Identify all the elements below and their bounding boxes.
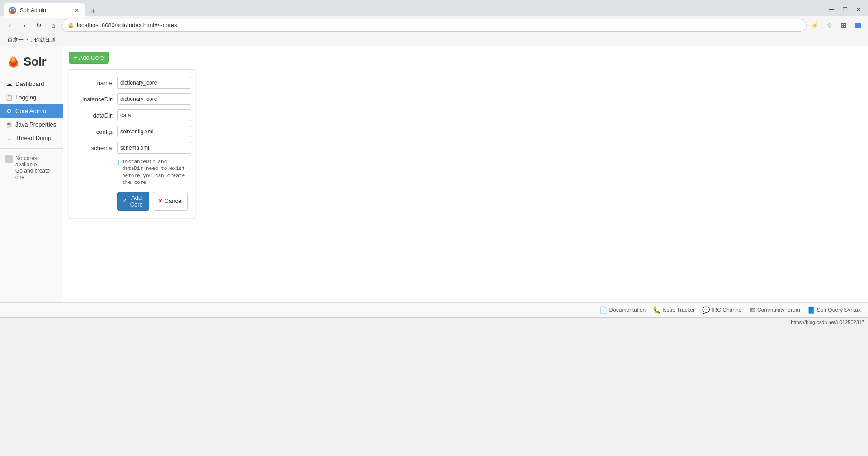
tab-title: Solr Admin (20, 7, 46, 14)
cancel-x-icon: ✕ (158, 197, 163, 204)
sidebar: Solr ☁ Dashboard 📋 Logging ⚙ Core Admin … (0, 46, 63, 302)
back-button[interactable]: ‹ (4, 19, 16, 32)
solr-query-syntax-label: Solr Query Syntax (817, 307, 861, 313)
minimize-button[interactable]: — (826, 4, 837, 15)
sidebar-label-dashboard: Dashboard (15, 80, 44, 87)
title-bar: Solr Admin ✕ + — ❐ ✕ (0, 0, 868, 16)
tab-close-button[interactable]: ✕ (74, 7, 80, 14)
status-bar: https://blog.csdn.net/u012502317 (0, 317, 868, 326)
window-controls: — ❐ ✕ (826, 4, 864, 15)
svg-rect-9 (855, 26, 861, 28)
sidebar-item-thread-dump[interactable]: ≡ Thread Dump (0, 131, 63, 145)
active-tab[interactable]: Solr Admin ✕ (4, 3, 85, 18)
browser-toolbar: ‹ › ↻ ⌂ 🔒 ⚡ ☆ (0, 16, 868, 34)
sidebar-item-logging[interactable]: 📋 Logging (0, 90, 63, 104)
svg-rect-10 (855, 24, 861, 26)
close-button[interactable]: ✕ (853, 4, 864, 15)
sidebar-label-core-admin: Core Admin (15, 108, 46, 114)
form-row-config: config: (76, 126, 188, 137)
solr-layout: Solr ☁ Dashboard 📋 Logging ⚙ Core Admin … (0, 46, 868, 302)
form-row-name: name: (76, 77, 188, 89)
lightning-icon: ⚡ (808, 19, 821, 32)
sidebar-item-core-admin[interactable]: ⚙ Core Admin (0, 104, 63, 118)
page-content: Solr ☁ Dashboard 📋 Logging ⚙ Core Admin … (0, 46, 868, 317)
form-row-schema: schema: (76, 142, 188, 154)
new-tab-button[interactable]: + (87, 5, 99, 18)
thread-dump-icon: ≡ (5, 134, 13, 141)
no-cores-sub: Go and create one (15, 168, 57, 180)
form-input-config[interactable] (117, 126, 191, 137)
status-url: https://blog.csdn.net/u012502317 (791, 320, 864, 325)
form-label-datadir: dataDir: (76, 112, 117, 119)
address-input[interactable] (77, 22, 801, 28)
cancel-button[interactable]: ✕ Cancel (153, 192, 188, 211)
no-cores-item: No cores available Go and create one (0, 152, 63, 183)
submit-add-core-button[interactable]: ✓ Add Core (117, 192, 149, 211)
add-core-button-label: Add Core (79, 54, 104, 61)
svg-rect-7 (844, 26, 845, 27)
info-icon: ℹ (117, 159, 119, 168)
solr-logo-icon (5, 53, 22, 70)
irc-channel-label: IRC Channel (712, 307, 743, 313)
home-button[interactable]: ⌂ (47, 19, 60, 32)
bookmarks-bar: 百度一下，你就知道 (0, 34, 868, 46)
add-core-form-panel: name: instanceDir: dataDir: config: (69, 69, 195, 218)
community-forum-label: Community forum (757, 307, 800, 313)
browser-chrome: Solr Admin ✕ + — ❐ ✕ ‹ › ↻ ⌂ 🔒 ⚡ ☆ (0, 0, 868, 46)
restore-button[interactable]: ❐ (839, 4, 851, 15)
tab-bar: Solr Admin ✕ + (4, 1, 99, 18)
sidebar-item-dashboard[interactable]: ☁ Dashboard (0, 77, 63, 90)
user-profile-icon[interactable] (852, 19, 864, 32)
no-cores-text: No cores available Go and create one (15, 155, 57, 180)
footer-link-community-forum[interactable]: ✉ Community forum (750, 306, 800, 314)
svg-rect-6 (842, 26, 843, 27)
svg-rect-8 (855, 23, 861, 24)
form-label-config: config: (76, 128, 117, 135)
svg-point-15 (12, 56, 15, 61)
footer-link-irc-channel[interactable]: 💬 IRC Channel (702, 306, 743, 314)
extensions-icon[interactable] (837, 19, 850, 32)
solr-logo-text: Solr (24, 55, 47, 69)
address-bar[interactable]: 🔒 (61, 19, 807, 32)
form-input-name[interactable] (117, 77, 191, 89)
forward-button[interactable]: › (18, 19, 31, 32)
documentation-label: Documentation (609, 307, 646, 313)
submit-add-core-label: Add Core (129, 194, 144, 208)
reload-button[interactable]: ↻ (33, 19, 45, 32)
form-input-instancedir[interactable] (117, 93, 191, 105)
info-box: ℹ instanceDir and dataDir need to existb… (117, 158, 188, 186)
issue-tracker-label: Issue Tracker (662, 307, 695, 313)
info-text: instanceDir and dataDir need to existbef… (122, 158, 188, 186)
solr-query-syntax-icon: 📘 (807, 306, 815, 314)
core-icon (5, 155, 13, 163)
form-input-datadir[interactable] (117, 109, 191, 121)
form-input-schema[interactable] (117, 142, 191, 154)
logging-icon: 📋 (5, 94, 13, 101)
star-icon[interactable]: ☆ (823, 19, 835, 32)
core-section: No cores available Go and create one (0, 148, 63, 183)
no-cores-label: No cores available (15, 155, 57, 168)
bookmark-item-baidu[interactable]: 百度一下，你就知道 (4, 35, 60, 45)
sidebar-item-java-properties[interactable]: ☕ Java Properties (0, 118, 63, 131)
cancel-label: Cancel (165, 197, 183, 204)
solr-logo: Solr (0, 50, 63, 77)
chrome-favicon-icon (9, 7, 16, 14)
form-label-instancedir: instanceDir: (76, 96, 117, 103)
issue-tracker-icon: 🐛 (653, 306, 660, 314)
footer: 📄 Documentation 🐛 Issue Tracker 💬 IRC Ch… (0, 302, 868, 317)
lock-icon: 🔒 (67, 22, 74, 28)
footer-link-issue-tracker[interactable]: 🐛 Issue Tracker (653, 306, 695, 314)
dashboard-icon: ☁ (5, 80, 13, 87)
add-core-button[interactable]: + Add Core (69, 52, 109, 64)
community-forum-icon: ✉ (750, 306, 755, 314)
sidebar-label-thread-dump: Thread Dump (15, 135, 51, 141)
footer-link-solr-query-syntax[interactable]: 📘 Solr Query Syntax (807, 306, 861, 314)
documentation-icon: 📄 (599, 306, 607, 314)
form-label-name: name: (76, 80, 117, 86)
form-row-instancedir: instanceDir: (76, 93, 188, 105)
form-label-schema: schema: (76, 145, 117, 151)
svg-rect-5 (844, 24, 845, 25)
svg-rect-4 (842, 24, 843, 25)
footer-link-documentation[interactable]: 📄 Documentation (599, 306, 646, 314)
main-content: + Add Core name: instanceDir: dataDir: (63, 46, 868, 302)
